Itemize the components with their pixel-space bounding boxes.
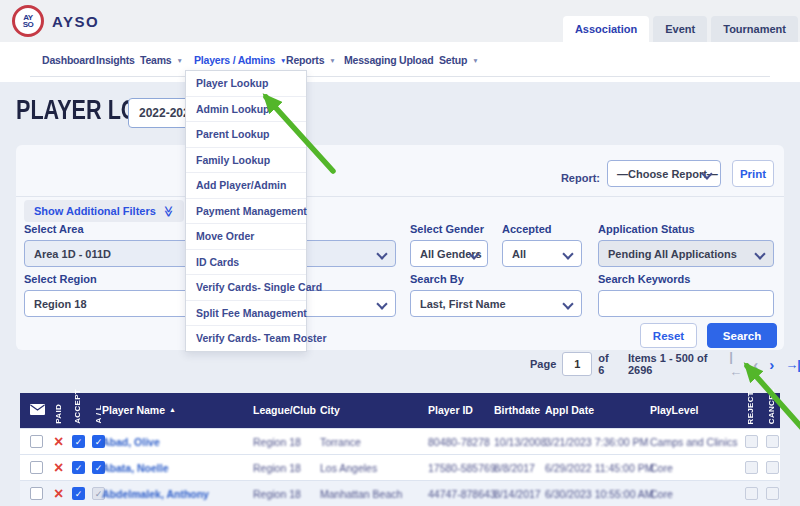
nav-item-label: Teams (140, 54, 172, 66)
accepted-label: Accepted (502, 223, 552, 235)
envelope-icon[interactable] (30, 404, 45, 417)
column-header-accept: ACCEPT (73, 389, 82, 424)
menu-item-split-fee-management[interactable]: Split Fee Management (186, 301, 306, 327)
select-region-label: Select Region (24, 273, 97, 285)
accept-checkbox[interactable]: ✓ (72, 435, 85, 448)
menu-item-verify-cards-team-roster[interactable]: Verify Cards- Team Roster (186, 326, 306, 351)
column-header-reject: REJECT (746, 391, 755, 424)
double-chevron-down-icon: ≫ (162, 205, 175, 217)
reject-checkbox[interactable] (745, 435, 758, 448)
items-count-label: Items 1 - 500 of 2696 (628, 352, 713, 376)
row-select-checkbox[interactable] (30, 435, 43, 448)
menu-item-family-lookup[interactable]: Family Lookup (186, 148, 306, 174)
league-club-cell: Region 18 (253, 488, 301, 500)
nav-item-label: Players / Admins (194, 54, 275, 66)
nav-item-insights[interactable]: Insights (96, 42, 135, 78)
nav-item-teams[interactable]: Teams▼ (140, 42, 183, 78)
accept-checkbox[interactable]: ✓ (72, 461, 85, 474)
reject-checkbox[interactable] (745, 487, 758, 500)
search-button[interactable]: Search (707, 323, 777, 348)
last-page-icon[interactable]: →| (785, 357, 800, 372)
players-admins-dropdown-menu: Player LookupAdmin LookupParent LookupFa… (185, 70, 307, 352)
menu-item-admin-lookup[interactable]: Admin Lookup (186, 97, 306, 123)
report-select[interactable]: —Choose Report— (607, 160, 721, 187)
prev-page-icon[interactable]: ‹ (753, 356, 757, 373)
first-page-icon[interactable]: |← (729, 349, 741, 379)
column-header-birthdate: Birthdate (494, 404, 540, 416)
panel-divider (16, 196, 784, 197)
column-header-player-name[interactable]: Player Name▲ (102, 404, 176, 416)
birthdate-cell: 8/14/2017 (494, 488, 541, 500)
menu-item-parent-lookup[interactable]: Parent Lookup (186, 122, 306, 148)
cancel-checkbox[interactable] (766, 435, 779, 448)
unpaid-x-icon: × (54, 487, 63, 500)
next-page-icon[interactable]: › (769, 356, 773, 373)
menu-item-player-lookup[interactable]: Player Lookup (186, 71, 306, 97)
print-button-label: Print (740, 168, 766, 180)
ayso-logo-icon: AYSO (12, 5, 44, 37)
player-name-link[interactable]: Abdelmalek, Anthony (102, 488, 209, 500)
page-number-input[interactable] (562, 352, 592, 376)
brand-title: AYSO (52, 13, 99, 30)
pagination: Page of 6 Items 1 - 500 of 2696 |← ‹ › →… (530, 352, 800, 376)
search-by-select[interactable]: Last, First Name (410, 290, 582, 317)
column-header-cancel: CANCEL (767, 389, 776, 424)
select-region-value: Region 18 (34, 298, 87, 310)
accepted-select[interactable]: All (502, 240, 582, 267)
appl-date-cell: 6/30/2023 10:55:00 AM (545, 488, 654, 500)
show-additional-filters-button[interactable]: Show Additional Filters ≫ (24, 200, 184, 222)
menu-item-payment-management[interactable]: Payment Management (186, 199, 306, 225)
menu-item-move-order[interactable]: Move Order (186, 224, 306, 250)
chevron-down-icon (562, 248, 573, 259)
menu-item-add-player-admin[interactable]: Add Player/Admin (186, 173, 306, 199)
nav-item-label: Messaging (344, 54, 396, 66)
tab-tournament[interactable]: Tournament (711, 16, 798, 42)
nav-item-upload[interactable]: Upload (399, 42, 433, 78)
nav-item-dashboard[interactable]: Dashboard (42, 42, 95, 78)
report-label: Report: (546, 172, 600, 184)
league-club-cell: Region 18 (253, 462, 301, 474)
reset-button-label: Reset (653, 330, 684, 342)
city-cell: Los Angeles (320, 462, 377, 474)
select-area-label: Select Area (24, 223, 84, 235)
table-header-row: PAID ACCEPT A / L Player Name▲ League/Cl… (20, 393, 780, 428)
search-button-label: Search (723, 330, 761, 342)
chevron-down-icon (376, 248, 387, 259)
player-id-cell: 44747-878643 (428, 488, 496, 500)
unpaid-x-icon: × (54, 461, 63, 474)
nav-item-label: Upload (399, 54, 433, 66)
nav-item-messaging[interactable]: Messaging (344, 42, 396, 78)
nav-item-setup[interactable]: Setup▼ (439, 42, 478, 78)
player-id-cell: 17580-585769 (428, 462, 496, 474)
print-button[interactable]: Print (732, 160, 774, 187)
city-cell: Manhattan Beach (320, 488, 402, 500)
row-select-checkbox[interactable] (30, 461, 43, 474)
show-additional-filters-label: Show Additional Filters (34, 205, 156, 217)
application-status-value: Pending All Applications (608, 248, 737, 260)
cancel-checkbox[interactable] (766, 487, 779, 500)
row-select-checkbox[interactable] (30, 487, 43, 500)
cancel-checkbox[interactable] (766, 461, 779, 474)
tab-event[interactable]: Event (653, 16, 707, 42)
select-area-value: Area 1D - 011D (34, 248, 111, 260)
application-status-select[interactable]: Pending All Applications (598, 240, 774, 267)
accept-checkbox[interactable]: ✓ (72, 487, 85, 500)
sort-ascending-icon: ▲ (169, 406, 176, 413)
nav-item-label: Setup (439, 54, 467, 66)
nav-item-label: Insights (96, 54, 135, 66)
player-name-link[interactable]: Abata, Noelle (102, 462, 169, 474)
search-keywords-input[interactable] (598, 290, 774, 317)
appl-date-cell: 6/29/2022 11:45:00 PM (545, 462, 653, 474)
birthdate-cell: 8/8/2017 (494, 462, 535, 474)
player-name-link[interactable]: Abad, Olive (102, 436, 160, 448)
tab-association[interactable]: Association (563, 16, 649, 42)
menu-item-verify-cards-single-card[interactable]: Verify Cards- Single Card (186, 275, 306, 301)
city-cell: Torrance (320, 436, 361, 448)
filter-panel: Report: —Choose Report— Print Show Addit… (16, 145, 784, 350)
player-id-cell: 80480-78278 (428, 436, 490, 448)
menu-item-id-cards[interactable]: ID Cards (186, 250, 306, 276)
reject-checkbox[interactable] (745, 461, 758, 474)
column-header-player-id: Player ID (428, 404, 473, 416)
reset-button[interactable]: Reset (640, 323, 697, 348)
select-gender-select[interactable]: All Genders (410, 240, 488, 267)
